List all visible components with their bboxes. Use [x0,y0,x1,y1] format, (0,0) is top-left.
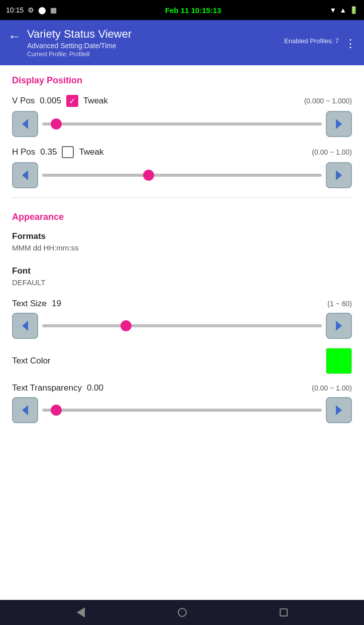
section-divider [12,197,352,198]
transparency-range: (0.00 ~ 1.00) [312,384,352,392]
app-bar-titles: Variety Status Viewer Advanced Setting:D… [27,28,132,58]
right-arrow-icon [332,319,346,333]
app-bar-right: Enabled Profiles: 7 ⋮ [284,35,356,50]
app-bar: ← Variety Status Viewer Advanced Setting… [0,20,364,65]
textsize-decrement-button[interactable] [12,313,38,339]
status-time: 10:15 [6,6,24,14]
transparency-label: Text Transparency [12,383,82,393]
svg-marker-7 [336,405,342,415]
vpos-range: (0.000 ~ 1.000) [304,97,352,105]
right-arrow-icon [332,403,346,417]
transparency-slider-thumb[interactable] [51,405,62,416]
transparency-value: 0.00 [87,383,103,393]
right-arrow-icon [332,168,346,182]
vpos-row: V Pos 0.005 ✓ Tweak (0.000 ~ 1.000) [12,95,352,107]
textsize-row: Text Size 19 (1 ~ 60) [12,299,352,309]
vpos-slider-track[interactable] [42,122,322,126]
hpos-label: H Pos [12,147,35,157]
hpos-range: (0.00 ~ 1.00) [312,148,352,156]
menu-icon: ▦ [50,6,57,14]
textsize-slider-row [12,313,352,339]
hpos-tweak-checkbox[interactable]: ✓ [62,146,74,158]
svg-marker-0 [22,119,28,129]
hpos-value: 0.35 [40,147,57,157]
wifi-icon: ▼ [329,6,336,14]
formats-block: Formats MMM dd HH:mm:ss [12,231,352,252]
left-arrow-icon [18,319,32,333]
hpos-row: H Pos 0.35 ✓ Tweak (0.00 ~ 1.00) [12,146,352,158]
home-circle-icon [178,608,187,617]
svg-marker-5 [336,321,342,331]
status-right: ▼ ▲ 🔋 [329,6,358,14]
appearance-title: Appearance [12,212,352,222]
svg-marker-2 [22,170,28,180]
svg-marker-4 [22,321,28,331]
current-profile: Current Profile: Profile8 [27,51,132,58]
app-bar-left: ← Variety Status Viewer Advanced Setting… [8,28,132,58]
textsize-value: 19 [52,299,61,309]
content: Display Position V Pos 0.005 ✓ Tweak (0.… [0,65,364,600]
transparency-slider-track[interactable] [42,409,322,412]
hpos-tweak-label: Tweak [79,147,103,157]
hpos-decrement-button[interactable] [12,162,38,188]
textsize-slider-track[interactable] [42,324,322,327]
vpos-label: V Pos [12,96,35,106]
textsize-increment-button[interactable] [326,313,352,339]
right-arrow-icon [332,117,346,131]
vpos-check-icon: ✓ [69,96,75,106]
formats-label: Formats [12,231,352,241]
transparency-row: Text Transparency 0.00 (0.00 ~ 1.00) [12,383,352,393]
vpos-tweak-checkbox[interactable]: ✓ [66,95,78,107]
vpos-tweak-label: Tweak [83,96,108,106]
hpos-slider-row [12,162,352,188]
left-arrow-icon [18,117,32,131]
circle-icon: ⬤ [38,6,46,14]
vpos-decrement-button[interactable] [12,111,38,137]
back-button[interactable]: ← [8,28,21,44]
transparency-decrement-button[interactable] [12,397,38,423]
font-label: Font [12,266,352,276]
textcolor-swatch[interactable] [326,348,352,374]
font-block: Font DEFAULT [12,266,352,287]
hpos-slider-track[interactable] [42,174,322,177]
font-value: DEFAULT [12,278,352,287]
vpos-value: 0.005 [40,96,61,106]
textsize-label: Text Size [12,299,47,309]
enabled-profiles: Enabled Profiles: 7 [284,37,339,45]
status-left: 10:15 ⚙ ⬤ ▦ [6,6,57,14]
hpos-increment-button[interactable] [326,162,352,188]
overflow-menu-icon[interactable]: ⋮ [345,37,356,50]
svg-marker-3 [336,170,342,180]
svg-marker-1 [336,119,342,129]
display-position-title: Display Position [12,75,352,86]
vpos-slider-row [12,111,352,137]
battery-icon: 🔋 [349,6,358,14]
status-bar: 10:15 ⚙ ⬤ ▦ Feb 11 10:15:13 ▼ ▲ 🔋 [0,0,364,20]
nav-back-button[interactable] [77,607,85,617]
transparency-slider-row [12,397,352,423]
signal-icon: ▲ [339,6,346,14]
textsize-range: (1 ~ 60) [327,300,352,308]
left-arrow-icon [18,403,32,417]
status-center-time: Feb 11 10:15:13 [165,6,221,15]
app-subtitle: Advanced Setting:Date/Time [27,42,132,50]
textcolor-label: Text Color [12,356,51,366]
recent-square-icon [280,608,288,616]
vpos-increment-button[interactable] [326,111,352,137]
transparency-increment-button[interactable] [326,397,352,423]
formats-value: MMM dd HH:mm:ss [12,243,352,252]
textsize-slider-thumb[interactable] [120,320,132,331]
nav-recent-button[interactable] [280,608,288,616]
nav-home-button[interactable] [178,608,187,617]
svg-marker-6 [22,405,28,415]
left-arrow-icon [18,168,32,182]
gear-icon: ⚙ [28,6,34,14]
bottom-nav [0,600,364,625]
hpos-slider-thumb[interactable] [143,170,154,181]
vpos-slider-thumb[interactable] [51,118,62,130]
textcolor-row: Text Color [12,348,352,374]
app-title: Variety Status Viewer [27,28,132,41]
back-triangle-icon [77,607,85,617]
